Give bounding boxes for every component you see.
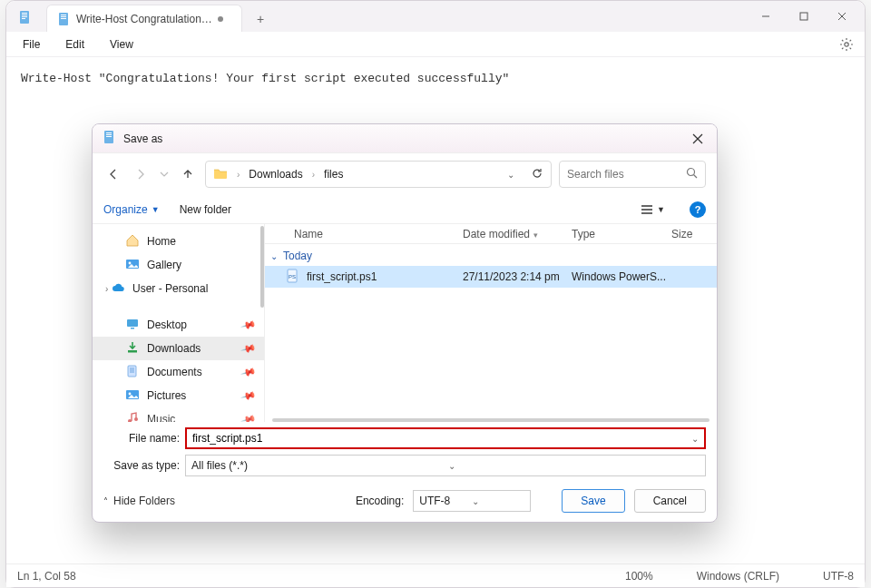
- sidebar-item-label: User - Personal: [132, 282, 208, 295]
- svg-line-21: [850, 40, 851, 41]
- savetype-label: Save as type:: [103, 459, 185, 472]
- breadcrumb-item[interactable]: files: [324, 168, 343, 181]
- sidebar-item-home[interactable]: Home: [93, 230, 264, 253]
- pin-icon: 📌: [240, 364, 258, 380]
- gallery-icon: [125, 257, 140, 274]
- svg-rect-10: [800, 13, 807, 20]
- col-type[interactable]: Type: [572, 228, 671, 240]
- column-headers[interactable]: Name Date modified▾ Type Size: [265, 224, 717, 244]
- folder-icon: [213, 166, 228, 183]
- svg-line-18: [842, 40, 843, 41]
- search-box[interactable]: [559, 161, 706, 188]
- dialog-title: Save as: [123, 132, 162, 145]
- close-window-button[interactable]: [823, 5, 861, 28]
- nav-recent-dropdown[interactable]: [158, 164, 171, 184]
- col-size[interactable]: Size: [671, 228, 717, 240]
- sidebar-item-label: Downloads: [147, 342, 201, 355]
- file-group-header[interactable]: ⌄ Today: [265, 244, 717, 266]
- ps1-file-icon: PS: [285, 269, 299, 286]
- filename-dropdown-icon[interactable]: ⌄: [686, 434, 699, 444]
- svg-line-20: [842, 48, 843, 49]
- sidebar-item-label: Music: [147, 413, 175, 422]
- status-eol[interactable]: Windows (CRLF): [697, 570, 779, 583]
- sidebar-item-label: Pictures: [147, 389, 186, 402]
- sidebar-item-gallery[interactable]: Gallery: [93, 253, 264, 277]
- svg-rect-38: [128, 366, 136, 377]
- menu-view[interactable]: View: [101, 34, 142, 54]
- tab-dirty-icon: [218, 16, 223, 22]
- save-button[interactable]: Save: [562, 489, 624, 513]
- file-name: first_script.ps1: [307, 270, 377, 283]
- file-modified: 27/11/2023 2:14 pm: [463, 270, 572, 283]
- svg-rect-7: [61, 16, 66, 17]
- view-mode-dropdown[interactable]: ▼: [636, 201, 670, 218]
- dialog-file-icon: [102, 130, 116, 147]
- file-item[interactable]: PS first_script.ps1 27/11/2023 2:14 pm W…: [265, 266, 717, 288]
- music-icon: [125, 411, 140, 423]
- nav-back-button[interactable]: [103, 164, 123, 184]
- sidebar-item-onedrive[interactable]: › User - Personal: [93, 277, 264, 300]
- save-as-dialog: Save as › Downloads › files ⌄: [92, 123, 718, 523]
- chevron-down-icon: ⌄: [472, 496, 524, 506]
- col-name[interactable]: Name: [294, 228, 463, 240]
- app-icon: [17, 10, 32, 24]
- menu-edit[interactable]: Edit: [56, 34, 93, 54]
- sidebar-item-label: Home: [147, 235, 176, 248]
- filename-field-wrapper: ⌄: [185, 427, 706, 449]
- svg-rect-1: [22, 13, 27, 14]
- organize-dropdown[interactable]: Organize ▼: [103, 203, 160, 216]
- status-encoding[interactable]: UTF-8: [823, 570, 854, 583]
- new-tab-button[interactable]: +: [251, 12, 269, 26]
- hide-folders-toggle[interactable]: ˄ Hide Folders: [103, 495, 175, 507]
- sidebar-item-music[interactable]: Music 📌: [93, 407, 264, 422]
- organize-label: Organize: [103, 203, 148, 216]
- file-tab[interactable]: Write-Host Congratulations! Your f: [46, 5, 242, 32]
- documents-icon: [125, 364, 140, 381]
- dialog-sidebar: Home Gallery › User - Personal Desktop 📌…: [93, 224, 265, 422]
- address-dropdown-icon[interactable]: ⌄: [504, 170, 518, 180]
- svg-rect-3: [22, 16, 27, 17]
- svg-text:PS: PS: [289, 274, 296, 279]
- settings-button[interactable]: [839, 37, 854, 54]
- col-modified[interactable]: Date modified▾: [463, 228, 572, 240]
- status-cursor[interactable]: Ln 1, Col 58: [17, 570, 76, 583]
- chevron-right-icon[interactable]: ›: [235, 170, 241, 180]
- chevron-down-icon: ⌄: [443, 461, 700, 471]
- downloads-icon: [125, 340, 140, 358]
- group-label: Today: [283, 250, 312, 262]
- search-icon[interactable]: [686, 167, 698, 181]
- cloud-icon: [111, 280, 125, 298]
- file-type: Windows PowerS...: [572, 270, 671, 283]
- breadcrumb-item[interactable]: Downloads: [249, 168, 302, 181]
- sidebar-item-label: Gallery: [147, 259, 181, 271]
- filename-input[interactable]: [192, 432, 686, 445]
- minimize-button[interactable]: [747, 5, 785, 28]
- search-input[interactable]: [567, 168, 667, 181]
- new-folder-button[interactable]: New folder: [180, 203, 231, 216]
- maximize-button[interactable]: [785, 5, 823, 28]
- sidebar-item-downloads[interactable]: Downloads 📌: [93, 337, 264, 360]
- file-pane: Name Date modified▾ Type Size ⌄ Today PS…: [265, 224, 717, 422]
- svg-point-43: [129, 392, 132, 395]
- status-zoom[interactable]: 100%: [625, 570, 653, 583]
- address-bar[interactable]: › Downloads › files ⌄: [205, 161, 552, 188]
- refresh-button[interactable]: [531, 167, 543, 182]
- sidebar-item-desktop[interactable]: Desktop 📌: [93, 313, 264, 337]
- chevron-right-icon[interactable]: ›: [310, 170, 317, 180]
- savetype-select[interactable]: All files (*.*) ⌄: [185, 455, 706, 476]
- menu-file[interactable]: File: [14, 34, 49, 54]
- nav-forward-button[interactable]: [131, 164, 151, 184]
- nav-up-button[interactable]: [178, 164, 198, 184]
- sidebar-item-pictures[interactable]: Pictures 📌: [93, 384, 264, 407]
- sidebar-item-documents[interactable]: Documents 📌: [93, 360, 264, 384]
- tab-file-icon: [56, 12, 71, 26]
- chevron-up-icon: ˄: [103, 496, 108, 506]
- svg-rect-35: [127, 319, 138, 327]
- cancel-button[interactable]: Cancel: [634, 489, 706, 513]
- svg-point-34: [129, 261, 132, 264]
- chevron-right-icon[interactable]: ›: [105, 284, 108, 294]
- encoding-select[interactable]: UTF-8 ⌄: [413, 490, 531, 512]
- dialog-close-button[interactable]: [688, 129, 708, 149]
- help-button[interactable]: ?: [690, 201, 706, 218]
- chevron-down-icon: ⌄: [270, 251, 278, 261]
